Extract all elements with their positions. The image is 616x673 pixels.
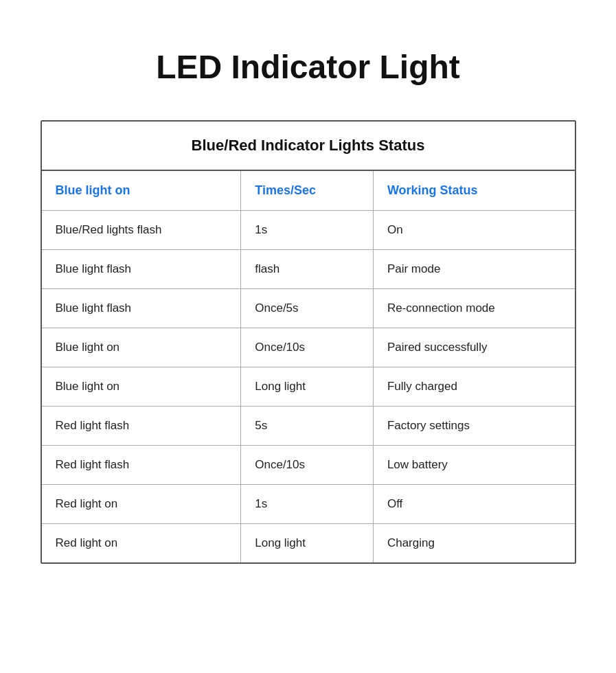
cell-light-type: Red light flash (42, 446, 241, 485)
cell-light-type: Red light on (42, 524, 241, 563)
cell-working-status: Paired successfully (373, 328, 574, 367)
cell-working-status: Off (373, 485, 574, 524)
cell-working-status: Fully charged (373, 367, 574, 407)
cell-working-status: Charging (373, 524, 574, 563)
header-col3: Working Status (373, 171, 574, 211)
header-col1: Blue light on (42, 171, 241, 211)
table-row: Red light onLong lightCharging (42, 524, 575, 563)
cell-times-sec: Once/10s (241, 328, 374, 367)
table-row: Blue light flashOnce/5sRe-connection mod… (42, 289, 575, 328)
cell-times-sec: Long light (241, 367, 374, 407)
cell-light-type: Blue/Red lights flash (42, 211, 241, 250)
cell-working-status: Low battery (373, 446, 574, 485)
table-row: Red light on1sOff (42, 485, 575, 524)
table-row: Blue light onOnce/10sPaired successfully (42, 328, 575, 367)
table-row: Red light flash5sFactory settings (42, 407, 575, 446)
cell-light-type: Red light flash (42, 407, 241, 446)
cell-times-sec: Long light (241, 524, 374, 563)
table-row: Blue light flashflashPair mode (42, 250, 575, 289)
cell-working-status: Re-connection mode (373, 289, 574, 328)
cell-working-status: On (373, 211, 574, 250)
table-row: Blue light onLong lightFully charged (42, 367, 575, 407)
cell-times-sec: 1s (241, 211, 374, 250)
cell-working-status: Factory settings (373, 407, 574, 446)
cell-light-type: Blue light flash (42, 250, 241, 289)
cell-times-sec: 5s (241, 407, 374, 446)
cell-light-type: Blue light on (42, 328, 241, 367)
table-header-row: Blue light on Times/Sec Working Status (42, 171, 575, 211)
header-col2: Times/Sec (241, 171, 374, 211)
cell-times-sec: flash (241, 250, 374, 289)
cell-times-sec: Once/10s (241, 446, 374, 485)
table-subtitle: Blue/Red Indicator Lights Status (42, 122, 575, 171)
cell-light-type: Blue light on (42, 367, 241, 407)
table-row: Red light flashOnce/10sLow battery (42, 446, 575, 485)
cell-working-status: Pair mode (373, 250, 574, 289)
table-row: Blue/Red lights flash1sOn (42, 211, 575, 250)
cell-light-type: Red light on (42, 485, 241, 524)
cell-times-sec: 1s (241, 485, 374, 524)
page-title: LED Indicator Light (156, 48, 460, 86)
cell-times-sec: Once/5s (241, 289, 374, 328)
indicator-table: Blue light on Times/Sec Working Status B… (42, 171, 575, 562)
cell-light-type: Blue light flash (42, 289, 241, 328)
indicator-table-wrapper: Blue/Red Indicator Lights Status Blue li… (41, 120, 576, 564)
